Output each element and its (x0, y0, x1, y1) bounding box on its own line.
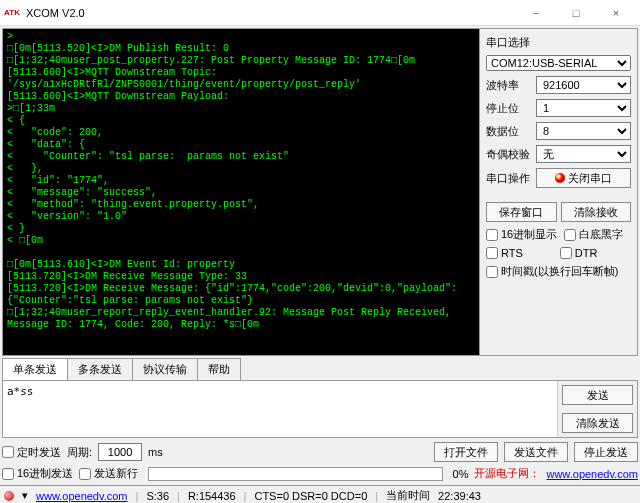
baud-label: 波特率 (486, 78, 532, 93)
progress-pct: 0% (453, 468, 469, 480)
period-unit: ms (148, 446, 163, 458)
status-time: 22:39:43 (438, 490, 481, 502)
tab-multi-send[interactable]: 多条发送 (67, 358, 133, 380)
dtr-checkbox[interactable] (560, 247, 572, 259)
data-select[interactable]: 8 (536, 122, 631, 140)
port-group-title: 串口选择 (486, 35, 631, 50)
period-label: 周期: (67, 445, 92, 460)
send-button[interactable]: 发送 (562, 385, 633, 405)
tab-help[interactable]: 帮助 (197, 358, 241, 380)
status-time-label: 当前时间 (386, 488, 430, 503)
progress-bar (148, 467, 442, 481)
send-newline-label: 发送新行 (94, 466, 138, 481)
port-op-label: 串口操作 (486, 171, 532, 186)
timed-send-checkbox[interactable] (2, 446, 14, 458)
timestamp-checkbox[interactable] (486, 266, 498, 278)
dropdown-icon[interactable]: ▾ (22, 489, 28, 502)
baud-select[interactable]: 921600 (536, 76, 631, 94)
stop-label: 停止位 (486, 101, 532, 116)
maximize-button[interactable]: □ (556, 0, 596, 26)
whitebg-label: 白底黑字 (579, 227, 623, 242)
stop-send-button[interactable]: 停止发送 (574, 442, 638, 462)
status-lines: CTS=0 DSR=0 DCD=0 (254, 490, 367, 502)
record-icon (555, 173, 565, 183)
port-toggle-label: 关闭串口 (568, 171, 612, 186)
period-input[interactable] (98, 443, 142, 461)
send-textarea[interactable]: a*ss (3, 381, 557, 437)
hex-display-label: 16进制显示 (501, 227, 557, 242)
minimize-button[interactable]: − (516, 0, 556, 26)
status-recv: R:154436 (188, 490, 236, 502)
close-button[interactable]: × (596, 0, 636, 26)
parity-select[interactable]: 无 (536, 145, 631, 163)
port-toggle-button[interactable]: 关闭串口 (536, 168, 631, 188)
whitebg-checkbox[interactable] (564, 229, 576, 241)
hex-display-checkbox[interactable] (486, 229, 498, 241)
rts-checkbox[interactable] (486, 247, 498, 259)
app-icon: ATK (4, 5, 20, 21)
tab-single-send[interactable]: 单条发送 (2, 358, 68, 380)
save-window-button[interactable]: 保存窗口 (486, 202, 557, 222)
hex-send-checkbox[interactable] (2, 468, 14, 480)
clear-recv-button[interactable]: 清除接收 (561, 202, 632, 222)
send-newline-checkbox[interactable] (79, 468, 91, 480)
stop-select[interactable]: 1 (536, 99, 631, 117)
status-dot-icon (4, 491, 14, 501)
data-label: 数据位 (486, 124, 532, 139)
parity-label: 奇偶校验 (486, 147, 532, 162)
timestamp-label: 时间戳(以换行回车断帧) (501, 264, 618, 279)
tab-protocol[interactable]: 协议传输 (132, 358, 198, 380)
website-link[interactable]: www.openedv.com (546, 468, 638, 480)
send-file-button[interactable]: 发送文件 (504, 442, 568, 462)
timed-send-label: 定时发送 (17, 445, 61, 460)
dtr-label: DTR (575, 247, 598, 259)
clear-send-button[interactable]: 清除发送 (562, 413, 633, 433)
link-prefix: 开源电子网： (474, 466, 540, 481)
terminal-output: > □[0m[5113.520]<I>DM Publish Result: 0 … (3, 29, 479, 355)
status-url[interactable]: www.openedv.com (36, 490, 128, 502)
window-title: XCOM V2.0 (26, 7, 516, 19)
port-select[interactable]: COM12:USB-SERIAL (486, 55, 631, 71)
hex-send-label: 16进制发送 (17, 466, 73, 481)
open-file-button[interactable]: 打开文件 (434, 442, 498, 462)
status-sent: S:36 (146, 490, 169, 502)
rts-label: RTS (501, 247, 523, 259)
